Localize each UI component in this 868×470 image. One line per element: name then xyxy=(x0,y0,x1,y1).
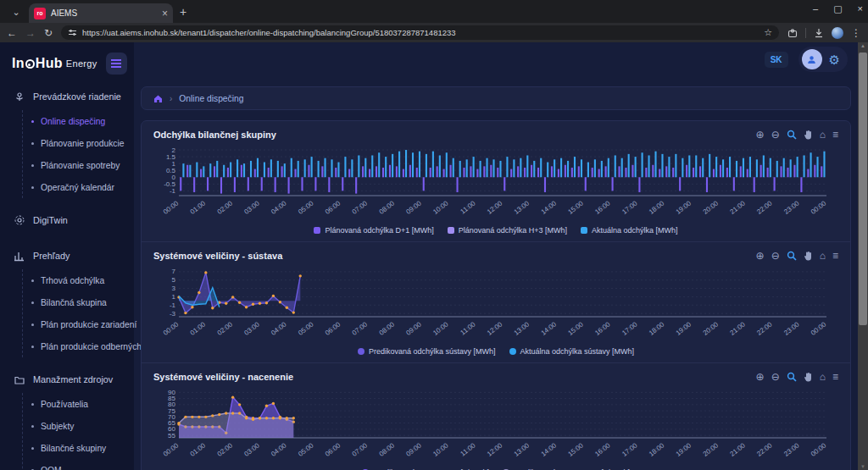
breadcrumb-separator: › xyxy=(170,94,172,103)
selection-zoom-icon[interactable] xyxy=(787,130,797,140)
sidebar-item-trhova-odchylka[interactable]: Trhová odchýlka xyxy=(23,269,134,291)
sidebar-section-digitwin[interactable]: DigiTwin xyxy=(0,207,134,234)
settings-gear-icon[interactable]: ⚙ xyxy=(829,53,840,66)
sidebar-item-plan-produkcie-odbernych-miest[interactable]: Plán produkcie odberných miest xyxy=(23,335,134,357)
svg-text:55: 55 xyxy=(168,432,175,440)
logo-o-mark xyxy=(25,59,35,69)
browser-tab[interactable]: ro AIEMS × xyxy=(29,3,173,23)
sidebar-item-planovanie-spotreby[interactable]: Plánovanie spotreby xyxy=(23,154,134,176)
bar-chart-odchylka[interactable]: 21.510.50-0.5-100:0001:0002:0003:0004:00… xyxy=(153,141,838,224)
new-tab-button[interactable]: + xyxy=(180,5,186,19)
sidebar-item-subjekty[interactable]: Subjekty xyxy=(23,415,134,437)
bookmark-star-icon[interactable]: ☆ xyxy=(764,27,772,38)
language-badge[interactable]: SK xyxy=(765,52,788,68)
svg-text:02:00: 02:00 xyxy=(216,320,235,337)
legend-label: Aktuálna odchýlka sústavy [MWh] xyxy=(520,347,635,356)
chart-menu-icon[interactable]: ≡ xyxy=(832,129,838,141)
user-avatar[interactable] xyxy=(802,49,822,69)
zoom-out-icon[interactable]: ⊖ xyxy=(771,129,780,141)
sidebar-section-prehlady[interactable]: Prehľady xyxy=(0,242,134,269)
pan-icon[interactable] xyxy=(804,372,813,382)
zoom-out-icon[interactable]: ⊖ xyxy=(771,371,780,383)
site-info-icon[interactable] xyxy=(68,28,77,37)
sidebar-item-operacny-kalendar[interactable]: Operačný kalendár xyxy=(23,176,134,198)
sidebar-item-planovanie-produkcie[interactable]: Plánovanie produkcie xyxy=(23,132,134,154)
svg-text:04:00: 04:00 xyxy=(270,320,288,337)
sidebar-section-prevadzkove-riadenie[interactable]: Prevádzkové riadenie xyxy=(0,83,134,110)
tab-search-button[interactable]: ⌄ xyxy=(5,3,27,20)
svg-text:02:00: 02:00 xyxy=(216,199,235,216)
home-icon[interactable] xyxy=(153,94,163,103)
svg-text:12:00: 12:00 xyxy=(486,320,504,337)
reset-zoom-home-icon[interactable]: ⌂ xyxy=(820,129,826,141)
url-bar[interactable]: https://uat.aiems.inohub.sk/tenant1/disp… xyxy=(61,25,779,40)
back-icon[interactable]: ← xyxy=(7,27,17,39)
bullet-icon xyxy=(31,120,34,123)
svg-text:3: 3 xyxy=(172,285,176,292)
page-scrollbar[interactable]: ▲ ▼ xyxy=(858,42,868,470)
chart-toolbar: ⊕ ⊖ ⌂ ≡ xyxy=(756,370,838,384)
selection-zoom-icon[interactable] xyxy=(787,251,797,261)
download-icon[interactable] xyxy=(814,28,824,38)
legend-item[interactable]: Aktuálna odchýlka sústavy [MWh] xyxy=(509,347,635,356)
legend-swatch xyxy=(314,227,320,234)
sidebar-section-manazment-zdrojov[interactable]: Manažment zdrojov xyxy=(0,366,134,393)
legend-item[interactable]: Predikovaná odchýlka sústavy [MWh] xyxy=(358,347,496,356)
chart-legend[interactable]: Plánovaná odchýlka D+1 [MWh]Plánovaná od… xyxy=(153,226,838,235)
window-maximize-button[interactable]: ▢ xyxy=(833,3,842,14)
svg-text:12:00: 12:00 xyxy=(486,199,504,216)
reload-icon[interactable]: ↻ xyxy=(44,27,53,39)
line-chart-sustava[interactable]: 7531-1-300:0001:0002:0003:0004:0005:0006… xyxy=(153,263,838,346)
svg-text:06:00: 06:00 xyxy=(324,199,342,216)
window-minimize-button[interactable]: – xyxy=(813,3,818,14)
legend-item[interactable]: Plánovaná odchýlka H+3 [MWh] xyxy=(448,226,567,235)
browser-menu-icon[interactable]: ⋮ xyxy=(851,27,861,39)
svg-text:20:00: 20:00 xyxy=(702,199,721,216)
chart-menu-icon[interactable]: ≡ xyxy=(832,371,838,383)
scroll-down-arrow[interactable]: ▼ xyxy=(858,464,868,469)
zoom-in-icon[interactable]: ⊕ xyxy=(756,250,765,262)
legend-item[interactable]: Plánovaná odchýlka D+1 [MWh] xyxy=(314,226,433,235)
svg-text:13:00: 13:00 xyxy=(513,199,531,216)
sidebar-item-plan-produkcie-zariadeni[interactable]: Plán produkcie zariadení xyxy=(23,313,134,335)
breadcrumb-current: Online dispečing xyxy=(179,94,243,103)
pan-icon[interactable] xyxy=(804,251,813,261)
sidebar-toggle-button[interactable] xyxy=(106,53,128,75)
sidebar-item-pouzivatelia[interactable]: Používatelia xyxy=(23,393,134,415)
svg-text:17:00: 17:00 xyxy=(620,441,639,458)
person-icon xyxy=(806,54,817,65)
chart-menu-icon[interactable]: ≡ xyxy=(832,250,838,262)
sidebar-item-bilancne-skupiny[interactable]: Bilančné skupiny xyxy=(23,437,134,459)
window-close-button[interactable]: × xyxy=(858,3,863,14)
user-menu[interactable]: ⚙ xyxy=(798,47,848,72)
legend-item[interactable]: Aktuálna odchýlka [MWh] xyxy=(581,226,678,235)
area-chart-nacenenie[interactable]: 908580757065605500:0001:0002:0003:0004:0… xyxy=(153,384,838,467)
zoom-in-icon[interactable]: ⊕ xyxy=(756,371,765,383)
pan-icon[interactable] xyxy=(804,130,813,140)
sidebar-item-oom[interactable]: OOM xyxy=(23,459,134,470)
selection-zoom-icon[interactable] xyxy=(787,372,797,382)
url-text[interactable]: https://uat.aiems.inohub.sk/tenant1/disp… xyxy=(82,28,759,37)
svg-text:16:00: 16:00 xyxy=(593,199,612,216)
tab-close-icon[interactable]: × xyxy=(162,8,168,19)
extensions-icon[interactable] xyxy=(787,28,798,38)
svg-text:04:00: 04:00 xyxy=(270,441,288,458)
sidebar-item-online-dispecing[interactable]: Online dispečing xyxy=(23,110,134,132)
legend-swatch xyxy=(581,227,587,234)
scrollbar-thumb[interactable] xyxy=(859,53,867,325)
svg-text:23:00: 23:00 xyxy=(782,441,801,458)
sidebar-item-bilancna-skupina[interactable]: Bilančná skupina xyxy=(23,291,134,313)
zoom-in-icon[interactable]: ⊕ xyxy=(756,129,765,141)
chart-legend[interactable]: Predikovaná odchýlka sústavy [MWh]Aktuál… xyxy=(153,347,838,356)
zoom-out-icon[interactable]: ⊖ xyxy=(771,250,780,262)
browser-profile-avatar[interactable] xyxy=(832,27,843,39)
svg-text:00:00: 00:00 xyxy=(810,441,828,458)
scroll-up-arrow[interactable]: ▲ xyxy=(858,43,868,48)
legend-label: Plánovaná odchýlka D+1 [MWh] xyxy=(325,226,433,235)
reset-zoom-home-icon[interactable]: ⌂ xyxy=(820,371,826,383)
svg-text:08:00: 08:00 xyxy=(378,320,397,337)
svg-text:06:00: 06:00 xyxy=(324,441,342,458)
bullet-icon xyxy=(31,142,34,145)
forward-icon[interactable]: → xyxy=(25,27,36,39)
reset-zoom-home-icon[interactable]: ⌂ xyxy=(820,250,826,262)
